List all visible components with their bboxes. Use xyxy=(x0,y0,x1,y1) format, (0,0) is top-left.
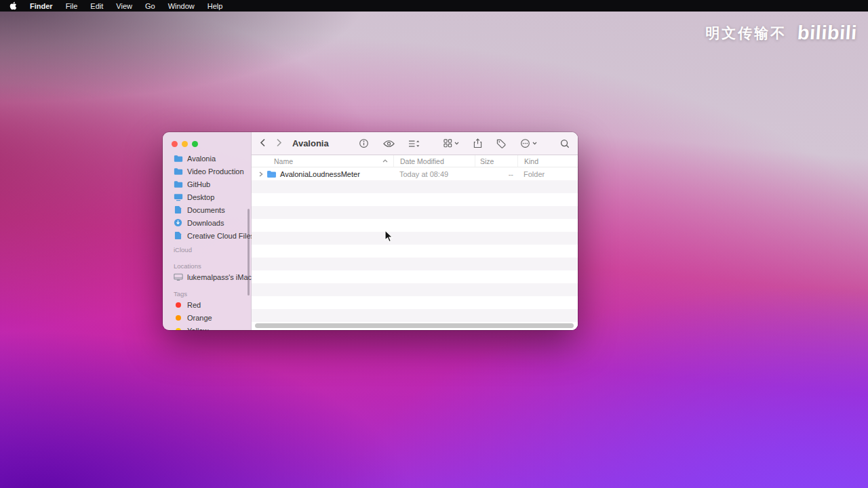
more-actions-button[interactable] xyxy=(520,138,537,148)
sidebar-item-label: Video Production xyxy=(187,167,244,176)
search-button[interactable] xyxy=(560,139,570,148)
sort-ascending-icon xyxy=(382,159,388,163)
file-kind: Folder xyxy=(517,170,578,178)
sidebar-scrollbar[interactable] xyxy=(248,209,250,296)
sidebar-section-tags: Tags xyxy=(163,290,251,298)
sidebar-item-tag-yellow[interactable]: Yellow xyxy=(163,324,251,330)
file-size: -- xyxy=(475,170,517,178)
horizontal-scrollbar[interactable] xyxy=(255,323,574,328)
sidebar-item-downloads[interactable]: Downloads xyxy=(163,216,251,229)
downloads-icon xyxy=(173,218,183,227)
tag-button[interactable] xyxy=(496,139,506,148)
folder-icon xyxy=(173,155,183,163)
sidebar-item-video-production[interactable]: Video Production xyxy=(163,165,251,178)
mouse-cursor xyxy=(384,230,394,243)
column-headers: Name Date Modified Size Kind xyxy=(252,155,578,167)
table-row[interactable]: AvaloniaLoudnessMeter Today at 08:49 -- … xyxy=(252,167,578,180)
forward-button[interactable] xyxy=(276,138,282,148)
tag-orange-dot-icon xyxy=(173,315,183,321)
desktop-wallpaper: Finder File Edit View Go Window Help 明文传… xyxy=(0,0,868,488)
file-list: AvaloniaLoudnessMeter Today at 08:49 -- … xyxy=(252,167,578,330)
document-icon xyxy=(173,205,183,214)
column-header-date-modified[interactable]: Date Modified xyxy=(393,155,475,167)
file-date-modified: Today at 08:49 xyxy=(393,170,475,178)
finder-sidebar: Avalonia Video Production GitHub Desktop… xyxy=(163,132,252,330)
sidebar-item-label: Desktop xyxy=(187,193,214,201)
close-button[interactable] xyxy=(172,141,178,147)
column-header-name[interactable]: Name xyxy=(252,155,393,167)
sidebar-item-avalonia[interactable]: Avalonia xyxy=(163,152,251,165)
sidebar-item-label: Red xyxy=(187,301,201,309)
folder-icon xyxy=(173,180,183,188)
chevron-down-icon xyxy=(532,142,537,145)
menu-item-help[interactable]: Help xyxy=(208,2,223,10)
share-button[interactable] xyxy=(473,138,482,148)
column-header-size[interactable]: Size xyxy=(475,155,517,167)
bilibili-logo: bilibili xyxy=(797,22,858,44)
imac-icon xyxy=(173,273,183,281)
menu-item-file[interactable]: File xyxy=(66,2,78,10)
finder-toolbar: Avalonia xyxy=(252,132,578,155)
chevron-down-icon xyxy=(454,142,459,145)
sidebar-item-label: Documents xyxy=(187,206,225,214)
menu-item-edit[interactable]: Edit xyxy=(90,2,103,10)
zoom-button[interactable] xyxy=(192,141,198,147)
sidebar-item-label: Yellow xyxy=(187,327,208,331)
sidebar-item-desktop[interactable]: Desktop xyxy=(163,190,251,203)
window-controls xyxy=(172,141,198,147)
quick-look-button[interactable] xyxy=(383,140,395,148)
column-header-kind[interactable]: Kind xyxy=(517,155,578,167)
sidebar-item-label: Downloads xyxy=(187,219,224,227)
menu-item-go[interactable]: Go xyxy=(145,2,155,10)
sidebar-item-tag-orange[interactable]: Orange xyxy=(163,311,251,324)
back-button[interactable] xyxy=(260,138,266,148)
menu-item-window[interactable]: Window xyxy=(168,2,195,10)
disclosure-chevron-icon[interactable] xyxy=(259,171,263,177)
sidebar-item-tag-red[interactable]: Red xyxy=(163,298,251,311)
document-icon xyxy=(173,231,183,240)
tag-red-dot-icon xyxy=(173,302,183,308)
sidebar-item-imac[interactable]: lukemalpass's iMac xyxy=(163,270,251,283)
sidebar-section-icloud: iCloud xyxy=(163,246,251,254)
sidebar-item-creative-cloud-files[interactable]: Creative Cloud Files xyxy=(163,229,251,242)
sidebar-item-label: Avalonia xyxy=(187,155,216,163)
sidebar-item-documents[interactable]: Documents xyxy=(163,203,251,216)
folder-icon xyxy=(173,167,183,176)
desktop-icon xyxy=(173,193,183,201)
finder-content: Avalonia xyxy=(252,132,578,330)
menu-bar: Finder File Edit View Go Window Help xyxy=(0,0,868,12)
menu-item-finder[interactable]: Finder xyxy=(30,2,53,10)
sidebar-item-label: GitHub xyxy=(187,180,210,188)
tag-yellow-dot-icon xyxy=(173,328,183,331)
folder-icon xyxy=(267,170,277,178)
file-name: AvaloniaLoudnessMeter xyxy=(280,170,360,178)
menu-item-view[interactable]: View xyxy=(116,2,132,10)
sidebar-section-locations: Locations xyxy=(163,262,251,270)
apple-menu-icon[interactable] xyxy=(9,1,17,10)
sidebar-item-github[interactable]: GitHub xyxy=(163,178,251,190)
view-sort-button[interactable] xyxy=(409,140,420,148)
sidebar-item-label: Orange xyxy=(187,314,212,322)
watermark: 明文传输不 bilibili xyxy=(705,22,857,44)
sidebar-item-label: Creative Cloud Files xyxy=(187,232,254,240)
window-title: Avalonia xyxy=(292,138,329,148)
sidebar-item-label: lukemalpass's iMac xyxy=(187,273,252,281)
finder-window: Avalonia Video Production GitHub Desktop… xyxy=(163,132,578,330)
minimize-button[interactable] xyxy=(182,141,188,147)
watermark-text: 明文传输不 xyxy=(705,24,787,43)
group-by-button[interactable] xyxy=(443,139,459,148)
info-button[interactable] xyxy=(359,138,369,148)
